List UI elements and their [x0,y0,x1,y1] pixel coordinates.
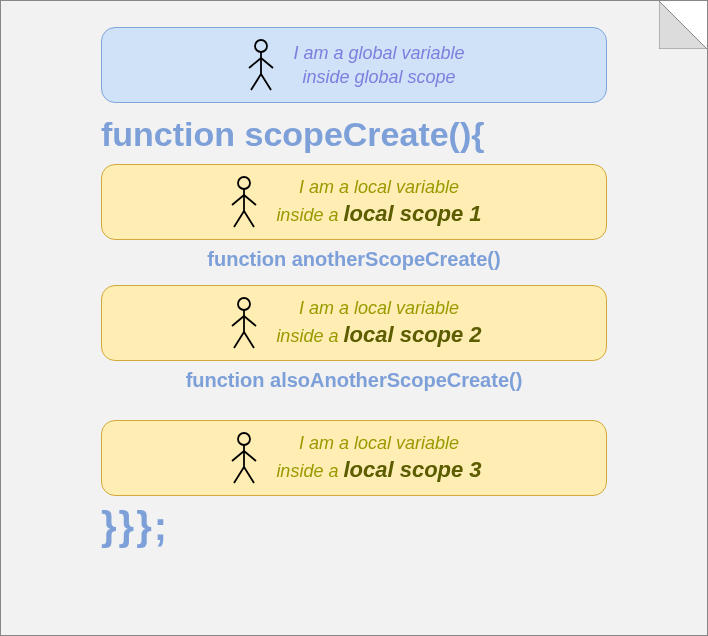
svg-line-12 [244,195,256,205]
dog-ear-icon [659,1,707,49]
local2-em: local scope 2 [343,322,481,347]
svg-point-21 [238,433,250,445]
global-scope-box: I am a global variable inside global sco… [101,27,607,103]
global-line2: inside global scope [302,67,455,87]
person-icon [243,38,279,92]
local-scope-2-text: I am a local variable inside a local sco… [276,296,481,350]
local3-em: local scope 3 [343,457,481,482]
svg-line-19 [234,332,244,348]
svg-line-6 [261,58,273,68]
svg-line-5 [249,58,261,68]
svg-line-26 [244,467,254,483]
svg-line-13 [234,211,244,227]
svg-point-3 [255,40,267,52]
local-scope-3-box: I am a local variable inside a local sco… [101,420,607,496]
local-scope-1-box: I am a local variable inside a local sco… [101,164,607,240]
person-icon [226,296,262,350]
local1-line1: I am a local variable [299,177,459,197]
svg-line-7 [251,74,261,90]
svg-point-15 [238,298,250,310]
code-inner-function-1: function anotherScopeCreate() [101,248,607,271]
svg-line-11 [232,195,244,205]
code-outer-function: function scopeCreate(){ [101,115,607,154]
svg-point-9 [238,177,250,189]
local3-line1: I am a local variable [299,433,459,453]
local-scope-3-text: I am a local variable inside a local sco… [276,431,481,485]
svg-line-24 [244,451,256,461]
svg-line-18 [244,316,256,326]
diagram-content: I am a global variable inside global sco… [1,1,707,579]
global-line1: I am a global variable [293,43,464,63]
svg-line-17 [232,316,244,326]
svg-line-8 [261,74,271,90]
svg-line-23 [232,451,244,461]
local-scope-1-text: I am a local variable inside a local sco… [276,175,481,229]
code-closing-braces: }}}; [101,504,607,549]
svg-line-25 [234,467,244,483]
local1-em: local scope 1 [343,201,481,226]
local2-prefix: inside a [276,326,343,346]
document-page: I am a global variable inside global sco… [0,0,708,636]
svg-line-20 [244,332,254,348]
svg-line-14 [244,211,254,227]
person-icon [226,175,262,229]
person-icon [226,431,262,485]
local3-prefix: inside a [276,461,343,481]
code-inner-function-2: function alsoAnotherScopeCreate() [101,369,607,392]
local-scope-2-box: I am a local variable inside a local sco… [101,285,607,361]
local1-prefix: inside a [276,205,343,225]
spacer [101,406,607,420]
global-scope-text: I am a global variable inside global sco… [293,41,464,90]
local2-line1: I am a local variable [299,298,459,318]
